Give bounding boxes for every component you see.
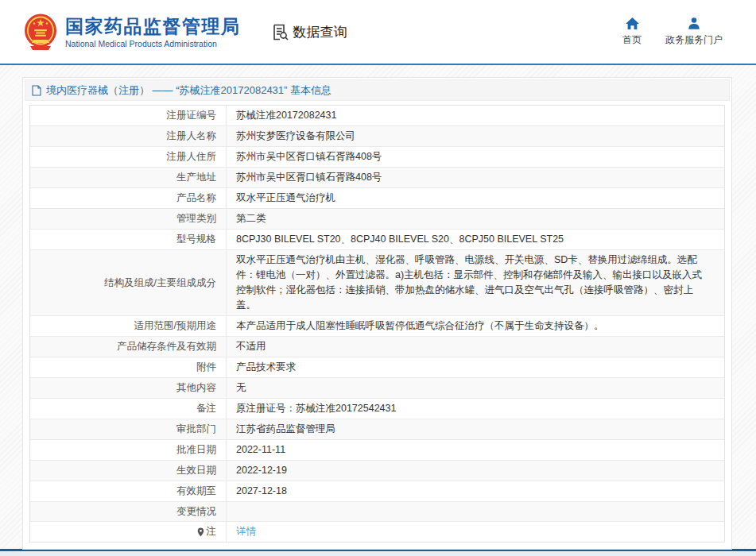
user-icon <box>687 17 701 30</box>
nav-home[interactable]: 首页 <box>622 17 642 47</box>
row-label-text: 生产地址 <box>176 171 216 184</box>
table-row: 变更情况 <box>30 502 724 522</box>
row-label: 管理类别 <box>30 209 227 229</box>
row-label: 注册人住所 <box>30 147 227 167</box>
row-label: 结构及组成/主要组成成分 <box>30 250 227 315</box>
info-table: 注册证编号 苏械注准20172082431 注册人名称 苏州安梦医疗设备有限公司 <box>29 105 725 542</box>
nav-gov-portal[interactable]: 政务服务门户 <box>665 17 723 47</box>
table-row: 附件 产品技术要求 <box>30 357 724 378</box>
row-label: 批准日期 <box>30 440 227 460</box>
row-value: 本产品适用于成人阻塞性睡眠呼吸暂停低通气综合征治疗（不属于生命支持设备）。 <box>227 316 724 336</box>
page-footer <box>0 549 756 556</box>
row-value <box>227 502 724 521</box>
nav-home-label: 首页 <box>622 33 642 47</box>
data-query-module: 数据查询 <box>271 23 347 41</box>
row-value: 详情 <box>227 522 724 542</box>
row-value: 江苏省药品监督管理局 <box>227 419 724 439</box>
row-value: 双水平正压通气治疗机 <box>227 188 724 208</box>
table-row: 审批部门 江苏省药品监督管理局 <box>30 419 724 440</box>
table-row: 管理类别 第二类 <box>30 209 724 230</box>
row-value: 2022-12-19 <box>227 461 724 481</box>
row-label-text: 管理类别 <box>176 212 216 226</box>
row-label-text: 型号规格 <box>176 233 216 246</box>
row-label: 生效日期 <box>30 461 227 481</box>
agency-logo-group: 国家药品监督管理局 National Medical Products Admi… <box>24 14 241 51</box>
row-value: 8CPJ30 BILEVEL ST20、8CPJ40 BILEVEL S20、8… <box>227 230 724 249</box>
row-value: 苏州市吴中区胥口镇石胥路408号 <box>227 168 724 187</box>
row-label-text: 批准日期 <box>176 443 216 457</box>
row-label-text: 其他内容 <box>176 381 216 395</box>
row-label: 注册人名称 <box>30 126 227 146</box>
row-label-text: 附件 <box>196 361 216 374</box>
row-label-text: 审批部门 <box>176 423 216 436</box>
row-label: 附件 <box>30 357 227 377</box>
table-row: 产品名称 双水平正压通气治疗机 <box>30 188 724 209</box>
row-label: 备注 <box>30 399 227 419</box>
row-value: 产品技术要求 <box>227 357 724 377</box>
row-value: 不适用 <box>227 337 724 357</box>
table-row: 注册人名称 苏州安梦医疗设备有限公司 <box>30 126 724 147</box>
row-label: 变更情况 <box>30 502 227 521</box>
row-label: 其他内容 <box>30 378 227 398</box>
row-value: 苏州市吴中区胥口镇石胥路408号 <box>227 147 724 167</box>
row-label-text: 结构及组成/主要组成成分 <box>104 276 216 290</box>
row-value: 第二类 <box>227 209 724 229</box>
table-row: 结构及组成/主要组成成分 双水平正压通气治疗机由主机、湿化器、呼吸管路、电源线、… <box>30 250 724 316</box>
row-label: 型号规格 <box>30 230 227 249</box>
pin-icon <box>197 527 204 537</box>
row-label-text: 变更情况 <box>176 505 216 519</box>
table-row: 生效日期 2022-12-19 <box>30 461 724 481</box>
table-row: 生产地址 苏州市吴中区胥口镇石胥路408号 <box>30 168 724 188</box>
row-label: 产品储存条件及有效期 <box>30 337 227 357</box>
row-label-text: 有效期至 <box>176 485 216 498</box>
page-icon <box>32 85 41 96</box>
row-label-text: 备注 <box>196 402 216 415</box>
document-search-icon <box>271 23 289 41</box>
table-row: 适用范围/预期用途 本产品适用于成人阻塞性睡眠呼吸暂停低通气综合征治疗（不属于生… <box>30 316 724 337</box>
breadcrumb: 境内医疗器械（注册） —— “苏械注准20172082431” 基本信息 <box>25 79 730 101</box>
agency-title-block: 国家药品监督管理局 National Medical Products Admi… <box>65 16 241 48</box>
agency-name-en: National Medical Products Administration <box>65 39 241 48</box>
table-row: 产品储存条件及有效期 不适用 <box>30 337 724 357</box>
row-label-text: 注册人住所 <box>167 150 217 164</box>
national-emblem-icon <box>24 14 57 51</box>
table-row: 其他内容 无 <box>30 378 724 399</box>
row-value: 无 <box>227 378 724 398</box>
detail-panel: 境内医疗器械（注册） —— “苏械注准20172082431” 基本信息 注册证… <box>22 77 732 550</box>
page-title: 境内医疗器械（注册） —— “苏械注准20172082431” 基本信息 <box>46 83 331 98</box>
table-row: 有效期至 2027-12-18 <box>30 481 724 502</box>
row-label: 生产地址 <box>30 168 227 187</box>
detail-link[interactable]: 详情 <box>236 524 256 539</box>
table-row: 注册人住所 苏州市吴中区胥口镇石胥路408号 <box>30 147 724 168</box>
row-value: 2022-11-11 <box>227 440 724 460</box>
agency-name-cn: 国家药品监督管理局 <box>65 16 241 37</box>
table-row: 型号规格 8CPJ30 BILEVEL ST20、8CPJ40 BILEVEL … <box>30 230 724 250</box>
row-label-text: 产品名称 <box>176 191 216 205</box>
home-icon <box>625 17 640 30</box>
data-query-label: 数据查询 <box>293 23 347 41</box>
row-label: 适用范围/预期用途 <box>30 316 227 336</box>
row-label-text: 生效日期 <box>176 464 216 477</box>
info-table-body: 注册证编号 苏械注准20172082431 注册人名称 苏州安梦医疗设备有限公司 <box>30 106 724 542</box>
row-label-text: 产品储存条件及有效期 <box>117 340 216 353</box>
row-value: 苏州安梦医疗设备有限公司 <box>227 126 724 146</box>
table-row: 注册证编号 苏械注准20172082431 <box>30 106 724 126</box>
row-label: 产品名称 <box>30 188 227 208</box>
table-row: 批准日期 2022-11-11 <box>30 440 724 461</box>
row-label-text: 注 <box>207 525 217 539</box>
row-label: 注册证编号 <box>30 106 227 125</box>
row-value: 2027-12-18 <box>227 481 724 501</box>
header-nav: 首页 政务服务门户 <box>622 17 723 47</box>
site-header: 国家药品监督管理局 National Medical Products Admi… <box>0 0 756 65</box>
row-label-text: 注册证编号 <box>167 109 217 122</box>
row-label-text: 适用范围/预期用途 <box>134 319 216 333</box>
table-row: 备注 原注册证号：苏械注准20172542431 <box>30 399 724 419</box>
table-row: 注 详情 <box>30 522 724 542</box>
row-value: 苏械注准20172082431 <box>227 106 724 125</box>
row-label: 注 <box>30 522 227 542</box>
row-label: 有效期至 <box>30 481 227 501</box>
nav-gov-portal-label: 政务服务门户 <box>665 33 723 47</box>
row-label-text: 注册人名称 <box>167 129 217 143</box>
row-value: 双水平正压通气治疗机由主机、湿化器、呼吸管路、电源线、开关电源、SD卡、替换用过… <box>227 250 724 315</box>
row-value: 原注册证号：苏械注准20172542431 <box>227 399 724 419</box>
